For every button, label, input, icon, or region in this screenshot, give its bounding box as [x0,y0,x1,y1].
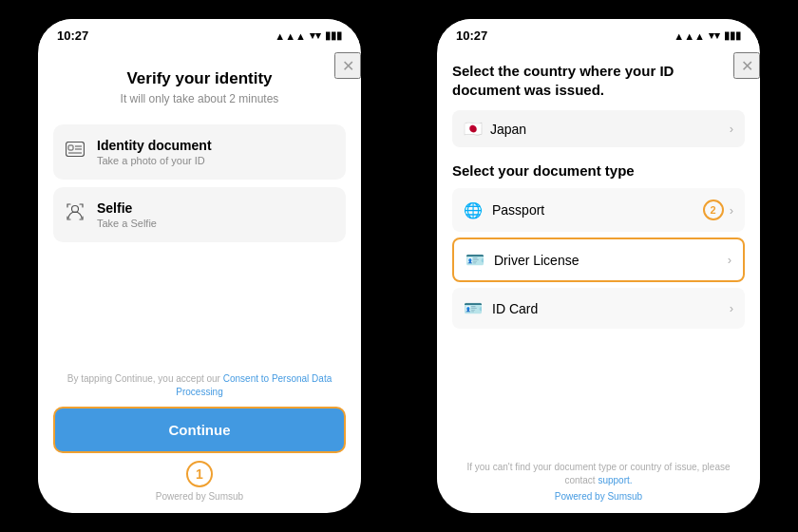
signal-icon: ▲▲▲ [275,30,306,42]
step-badge-1: 1 [186,461,213,487]
passport-item[interactable]: 🌐 Passport 2 › [452,188,745,232]
screen1: 10:27 ▲▲▲ ▾▾ ▮▮▮ ✕ Verify your identity … [38,19,361,513]
doc-type-title: Select your document type [452,162,745,179]
status-bar-right: 10:27 ▲▲▲ ▾▾ ▮▮▮ [437,19,760,47]
id-card-chevron-icon: › [730,301,733,315]
identity-doc-desc: Take a photo of your ID [97,155,212,166]
battery-icon: ▮▮▮ [325,29,342,42]
id-card-left: 🪪 ID Card [464,299,538,317]
country-name: Japan [490,122,526,137]
id-card-label: ID Card [492,301,538,316]
selfie-icon [65,201,86,222]
passport-left: 🌐 Passport [464,201,544,219]
screen1-body: ✕ Verify your identity It will only take… [38,47,361,513]
status-time-right: 10:27 [456,28,487,43]
passport-badge: 2 [703,200,724,220]
selfie-desc: Take a Selfie [97,218,157,229]
id-card-doc-icon: 🪪 [464,299,483,317]
country-left: 🇯🇵 Japan [464,120,526,138]
selfie-item[interactable]: Selfie Take a Selfie [53,187,346,242]
passport-label: Passport [492,202,544,218]
screen2-title: Select the country where your ID documen… [452,62,745,99]
driver-license-label: Driver License [494,253,579,268]
identity-doc-item[interactable]: Identity document Take a photo of your I… [53,124,346,180]
passport-icon: 🌐 [464,201,483,219]
battery-icon-right: ▮▮▮ [724,29,741,42]
driver-license-left: 🪪 Driver License [466,251,579,269]
close-icon-right: ✕ [741,57,753,75]
bottom-note: If you can't find your document type or … [452,453,745,491]
driver-license-chevron-icon: › [728,253,732,267]
status-time-left: 10:27 [57,28,88,43]
selfie-title: Selfie [97,200,157,216]
screen2-body: ✕ Select the country where your ID docum… [437,47,760,513]
close-button-left[interactable]: ✕ [334,52,361,79]
japan-flag: 🇯🇵 [464,120,483,138]
identity-doc-title: Identity document [97,138,212,153]
country-selector[interactable]: 🇯🇵 Japan › [452,110,745,147]
svg-rect-1 [68,145,73,150]
signal-icon-right: ▲▲▲ [674,30,705,42]
id-card-item[interactable]: 🪪 ID Card › [452,288,745,329]
identity-doc-text: Identity document Take a photo of your I… [97,138,212,166]
screen1-subtitle: It will only take about 2 minutes [53,92,346,105]
driver-license-item[interactable]: 🪪 Driver License › [452,238,745,282]
country-chevron-icon: › [730,122,733,136]
wifi-icon: ▾▾ [310,29,321,42]
id-card-icon [65,139,86,160]
powered-by-right: Powered by Sumsub [452,491,745,502]
selfie-text: Selfie Take a Selfie [97,200,157,229]
close-button-right[interactable]: ✕ [733,52,760,79]
passport-chevron-icon: › [730,203,733,218]
close-icon-left: ✕ [342,57,354,75]
screen2: 10:27 ▲▲▲ ▾▾ ▮▮▮ ✕ Select the country wh… [437,19,760,513]
continue-button[interactable]: Continue [53,407,346,453]
footer-consent-text: By tapping Continue, you accept our Cons… [53,372,346,399]
status-bar-left: 10:27 ▲▲▲ ▾▾ ▮▮▮ [38,19,361,47]
status-icons-left: ▲▲▲ ▾▾ ▮▮▮ [275,29,342,42]
screen1-title: Verify your identity [53,69,346,88]
support-link[interactable]: support. [598,475,632,485]
phone-left: 10:27 ▲▲▲ ▾▾ ▮▮▮ ✕ Verify your identity … [0,0,399,532]
driver-license-icon: 🪪 [466,251,484,269]
powered-by-left: Powered by Sumsub [53,491,346,502]
status-icons-right: ▲▲▲ ▾▾ ▮▮▮ [674,29,741,42]
phone-right: 10:27 ▲▲▲ ▾▾ ▮▮▮ ✕ Select the country wh… [399,0,798,532]
wifi-icon-right: ▾▾ [709,29,720,42]
